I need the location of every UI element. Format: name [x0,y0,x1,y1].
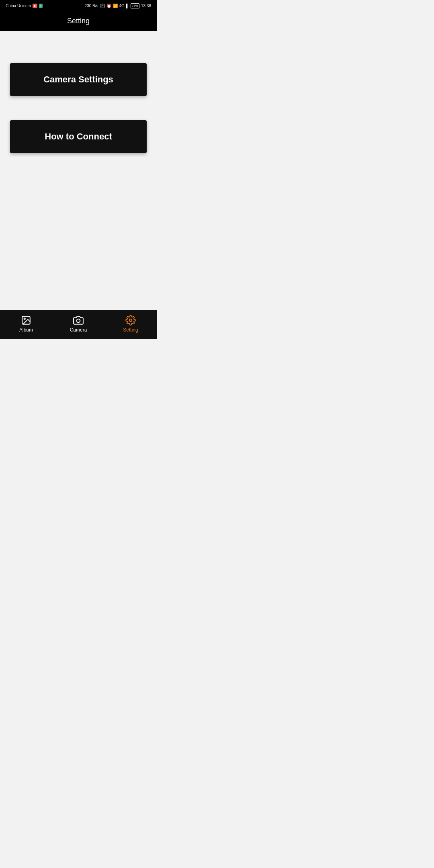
main-content: Camera Settings How to Connect [0,31,157,310]
svg-point-2 [77,319,80,323]
bottom-nav: Album Camera Setting [0,310,157,339]
carrier-icon-green: ▪ [39,4,43,8]
status-right: 230 B/s 📳 ⏰ 📶 4G ▌ 76% 13:38 [85,3,151,8]
svg-point-3 [129,319,132,322]
nav-item-camera[interactable]: Camera [52,315,104,333]
battery-level: 76 [132,4,135,8]
setting-label: Setting [123,327,138,333]
vibrate-icon: 📳 [100,4,105,8]
time-display: 13:38 [141,4,151,8]
status-bar: China Unicom ▶ ▪ 230 B/s 📳 ⏰ 📶 4G ▌ 76% … [0,0,157,11]
alarm-icon: ⏰ [106,4,111,8]
svg-point-1 [24,318,25,319]
carrier-icon-orange: ▶ [33,4,37,8]
battery-icon: 76% [131,3,139,8]
nav-item-setting[interactable]: Setting [104,315,157,333]
network-speed: 230 B/s [85,4,98,8]
nav-item-album[interactable]: Album [0,315,52,333]
signal-bars-icon: ▌ [126,4,129,8]
carrier-name: China Unicom [6,4,31,8]
camera-settings-button[interactable]: Camera Settings [10,63,147,96]
status-left: China Unicom ▶ ▪ [6,4,43,8]
how-to-connect-button[interactable]: How to Connect [10,120,147,153]
album-label: Album [19,327,33,333]
camera-label: Camera [70,327,87,333]
album-icon [21,315,31,326]
top-bar: Setting [0,11,157,31]
signal-4g-icon: 4G [119,4,125,8]
page-title: Setting [67,17,90,25]
setting-icon [125,315,136,326]
camera-icon [73,315,84,326]
wifi-icon: 📶 [113,4,118,8]
